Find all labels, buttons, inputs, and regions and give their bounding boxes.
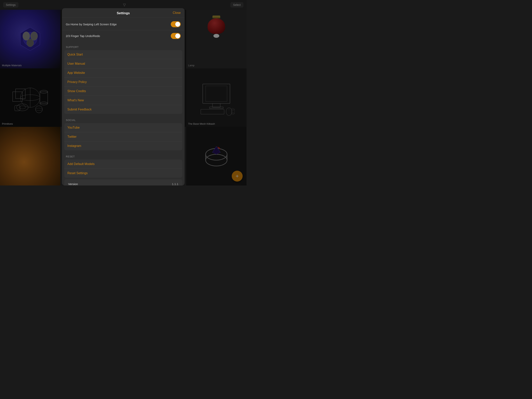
reset-link-group: Add Default Models Reset Settings [64,160,182,178]
link-app-website[interactable]: App Website [64,68,182,77]
reset-section: RESET Add Default Models Reset Settings [62,152,185,178]
toggle-undo-redo[interactable] [171,33,181,39]
svg-rect-10 [40,92,48,103]
link-youtube[interactable]: YouTube [64,123,182,132]
gallery-cell-organic[interactable] [0,127,60,186]
gallery-label-multiple-materials: Multiple Materials [2,64,22,67]
svg-rect-18 [203,84,230,103]
settings-close-button[interactable]: Close [173,11,181,15]
app-logo: ▽ [123,3,126,7]
svg-point-4 [27,39,34,47]
gallery-cell-primitives[interactable]: Primitives [0,68,60,127]
gallery-cell-lamp[interactable]: Lamp [186,10,247,68]
link-show-credits[interactable]: Show Credits [64,87,182,96]
settings-button[interactable]: Settings [3,2,19,8]
settings-header: Settings Close [62,8,185,18]
social-section-header: SOCIAL [62,116,185,123]
toggle-section: Go Home by Swiping Left Screen Edge 2/3 … [62,18,185,42]
link-user-manual[interactable]: User Manual [64,59,182,68]
svg-point-16 [35,108,43,110]
toggle-row-go-home: Go Home by Swiping Left Screen Edge [62,19,185,30]
fab-plus-icon: + [236,174,239,179]
link-privacy-policy[interactable]: Privacy Policy [64,77,182,87]
version-value: 1.1.1 [172,182,178,186]
link-reset-settings[interactable]: Reset Settings [64,169,182,178]
svg-point-13 [17,104,28,111]
toggle-label-go-home: Go Home by Swiping Left Screen Edge [66,23,117,26]
svg-rect-17 [15,105,20,111]
gallery-label-lamp: Lamp [188,64,195,67]
reset-section-header: RESET [62,152,185,160]
link-whats-new[interactable]: What's New [64,96,182,105]
link-instagram[interactable]: Instagram [64,142,182,150]
svg-rect-21 [209,107,223,109]
support-section: SUPPORT Quick Start User Manual App Webs… [62,42,185,114]
link-submit-feedback[interactable]: Submit Feedback [64,105,182,114]
svg-point-2 [23,32,30,40]
gallery-label-primitives: Primitives [2,122,13,125]
support-section-header: SUPPORT [62,42,185,50]
select-button[interactable]: Select [230,2,243,8]
toggle-go-home[interactable] [171,21,181,27]
svg-rect-22 [201,109,224,114]
fab-button[interactable]: + [232,171,243,182]
social-link-group: YouTube Twitter Instagram [64,123,182,150]
svg-rect-19 [206,86,227,102]
svg-point-14 [19,106,25,109]
link-add-default-models[interactable]: Add Default Models [64,160,182,169]
settings-title: Settings [117,11,130,15]
link-twitter[interactable]: Twitter [64,132,182,142]
svg-point-15 [35,106,43,113]
link-quick-start[interactable]: Quick Start [64,50,182,59]
version-row: Version 1.1.1 [64,179,182,186]
version-label: Version [68,182,78,186]
toggle-label-undo-redo: 2/3 Finger Tap Undo/Redo [66,34,100,38]
gallery-cell-multiple-materials[interactable]: Multiple Materials [0,10,60,68]
toggle-row-undo-redo: 2/3 Finger Tap Undo/Redo [62,30,185,42]
gallery-label-kitbash: The Base Mesh Kitbash [188,122,215,125]
svg-rect-20 [212,103,220,107]
settings-panel: Settings Close Go Home by Swiping Left S… [62,8,185,186]
social-section: SOCIAL YouTube Twitter Instagram [62,116,185,150]
support-link-group: Quick Start User Manual App Website Priv… [64,50,182,114]
gallery-cell-kitbash[interactable]: The Base Mesh Kitbash [186,68,247,127]
svg-point-3 [31,32,38,40]
